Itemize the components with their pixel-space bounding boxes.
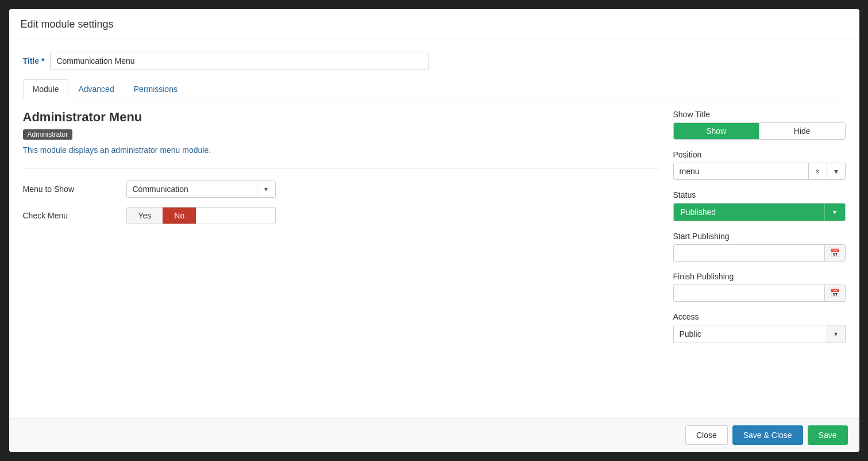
modal-body: Title * Module Advanced Permissions Admi… <box>9 40 859 418</box>
tab-permissions[interactable]: Permissions <box>124 79 187 98</box>
module-description: This module displays an administrator me… <box>23 145 659 155</box>
check-menu-yes[interactable]: Yes <box>127 208 163 224</box>
close-button[interactable]: Close <box>685 425 728 445</box>
start-publishing-input[interactable] <box>674 245 824 261</box>
position-dropdown-btn[interactable]: ▾ <box>827 163 845 179</box>
section-divider <box>23 168 659 169</box>
position-section: Position × ▾ <box>673 150 846 180</box>
show-title-section: Show Title Show Hide <box>673 110 846 140</box>
access-arrow-icon: ▾ <box>827 325 845 343</box>
show-title-show-btn[interactable]: Show <box>674 123 759 139</box>
check-menu-row: Check Menu Yes No <box>23 207 659 224</box>
check-menu-no[interactable]: No <box>163 208 196 224</box>
menu-to-show-control: Communication Main Menu Top Menu ▾ <box>126 180 276 198</box>
title-label: Title * <box>23 56 45 66</box>
show-title-hide-btn[interactable]: Hide <box>759 123 845 139</box>
left-panel: Administrator Menu Administrator This mo… <box>23 110 659 406</box>
finish-publishing-section: Finish Publishing 📅 <box>673 272 846 302</box>
access-select[interactable]: Public Guest Registered Special Super Us… <box>674 325 827 343</box>
status-wrapper: Published Unpublished Trashed ▾ <box>673 203 846 221</box>
modal-header: Edit module settings <box>9 9 859 40</box>
start-publishing-label: Start Publishing <box>673 232 846 241</box>
tab-advanced[interactable]: Advanced <box>68 79 124 98</box>
menu-to-show-arrow: ▾ <box>257 181 275 197</box>
check-menu-label: Check Menu <box>23 211 115 220</box>
show-title-label: Show Title <box>673 110 846 119</box>
menu-to-show-wrapper: Communication Main Menu Top Menu ▾ <box>126 180 276 198</box>
show-title-toggle: Show Hide <box>673 122 846 140</box>
access-label: Access <box>673 312 846 321</box>
modal-dialog: Edit module settings Title * Module Adva… <box>9 9 859 452</box>
title-input[interactable] <box>50 52 429 70</box>
right-panel: Show Title Show Hide Position × ▾ <box>673 110 846 406</box>
start-publishing-wrapper: 📅 <box>673 244 846 262</box>
start-publishing-section: Start Publishing 📅 <box>673 232 846 262</box>
status-label: Status <box>673 190 846 199</box>
tabs-container: Module Advanced Permissions <box>23 79 846 98</box>
modal-title: Edit module settings <box>21 18 848 30</box>
module-badge: Administrator <box>23 129 73 140</box>
access-wrapper: Public Guest Registered Special Super Us… <box>673 325 846 343</box>
position-input[interactable] <box>674 163 808 179</box>
module-heading: Administrator Menu <box>23 110 659 125</box>
position-wrapper: × ▾ <box>673 163 846 180</box>
menu-to-show-select[interactable]: Communication Main Menu Top Menu <box>127 181 257 197</box>
check-menu-toggle: Yes No <box>126 207 276 224</box>
status-arrow-icon: ▾ <box>824 203 845 221</box>
access-section: Access Public Guest Registered Special S… <box>673 312 846 343</box>
save-close-button[interactable]: Save & Close <box>732 425 803 445</box>
position-label: Position <box>673 150 846 159</box>
finish-publishing-input[interactable] <box>674 285 824 301</box>
check-menu-control: Yes No <box>126 207 276 224</box>
menu-to-show-label: Menu to Show <box>23 185 115 194</box>
modal-footer: Close Save & Close Save <box>9 418 859 452</box>
finish-publishing-calendar-btn[interactable]: 📅 <box>824 285 845 301</box>
tab-module[interactable]: Module <box>23 79 69 98</box>
finish-publishing-label: Finish Publishing <box>673 272 846 281</box>
start-publishing-calendar-btn[interactable]: 📅 <box>824 245 845 261</box>
modal-overlay: Edit module settings Title * Module Adva… <box>0 0 868 461</box>
position-clear-btn[interactable]: × <box>808 163 827 179</box>
status-section: Status Published Unpublished Trashed ▾ <box>673 190 846 221</box>
title-row: Title * <box>23 52 846 70</box>
finish-publishing-wrapper: 📅 <box>673 285 846 302</box>
menu-to-show-row: Menu to Show Communication Main Menu Top… <box>23 180 659 198</box>
content-area: Administrator Menu Administrator This mo… <box>23 110 846 406</box>
status-select[interactable]: Published Unpublished Trashed <box>674 203 824 221</box>
save-button[interactable]: Save <box>808 425 848 445</box>
